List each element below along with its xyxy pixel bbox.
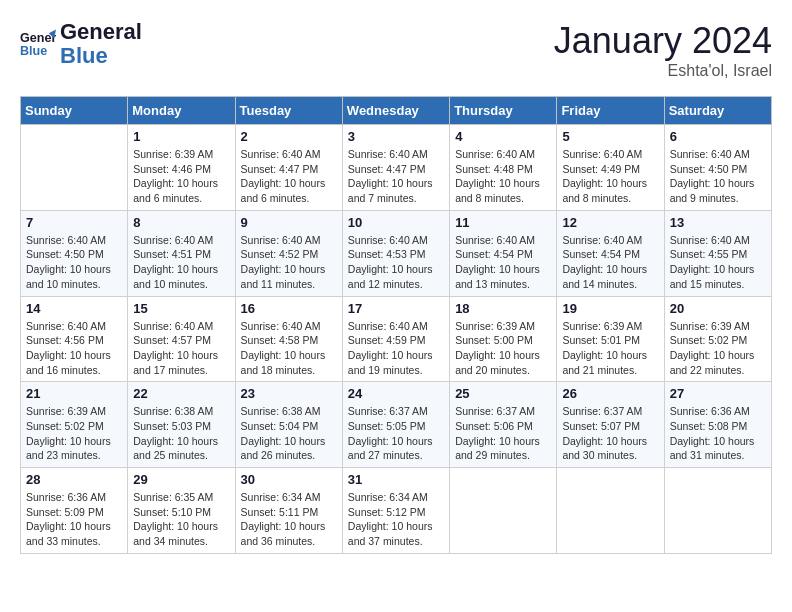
calendar-table: SundayMondayTuesdayWednesdayThursdayFrid… — [20, 96, 772, 554]
day-number: 26 — [562, 386, 658, 401]
weekday-header-cell: Friday — [557, 97, 664, 125]
calendar-cell: 13Sunrise: 6:40 AM Sunset: 4:55 PM Dayli… — [664, 210, 771, 296]
day-info: Sunrise: 6:39 AM Sunset: 4:46 PM Dayligh… — [133, 147, 229, 206]
day-number: 14 — [26, 301, 122, 316]
day-number: 25 — [455, 386, 551, 401]
weekday-header-cell: Wednesday — [342, 97, 449, 125]
calendar-cell: 15Sunrise: 6:40 AM Sunset: 4:57 PM Dayli… — [128, 296, 235, 382]
day-number: 21 — [26, 386, 122, 401]
calendar-cell: 4Sunrise: 6:40 AM Sunset: 4:48 PM Daylig… — [450, 125, 557, 211]
day-number: 24 — [348, 386, 444, 401]
day-info: Sunrise: 6:40 AM Sunset: 4:53 PM Dayligh… — [348, 233, 444, 292]
day-number: 31 — [348, 472, 444, 487]
calendar-cell: 18Sunrise: 6:39 AM Sunset: 5:00 PM Dayli… — [450, 296, 557, 382]
day-number: 19 — [562, 301, 658, 316]
day-info: Sunrise: 6:40 AM Sunset: 4:50 PM Dayligh… — [670, 147, 766, 206]
day-info: Sunrise: 6:40 AM Sunset: 4:48 PM Dayligh… — [455, 147, 551, 206]
calendar-cell — [450, 468, 557, 554]
calendar-cell: 23Sunrise: 6:38 AM Sunset: 5:04 PM Dayli… — [235, 382, 342, 468]
calendar-cell: 2Sunrise: 6:40 AM Sunset: 4:47 PM Daylig… — [235, 125, 342, 211]
calendar-cell: 21Sunrise: 6:39 AM Sunset: 5:02 PM Dayli… — [21, 382, 128, 468]
calendar-week-row: 14Sunrise: 6:40 AM Sunset: 4:56 PM Dayli… — [21, 296, 772, 382]
day-info: Sunrise: 6:37 AM Sunset: 5:07 PM Dayligh… — [562, 404, 658, 463]
calendar-body: 1Sunrise: 6:39 AM Sunset: 4:46 PM Daylig… — [21, 125, 772, 554]
calendar-cell: 20Sunrise: 6:39 AM Sunset: 5:02 PM Dayli… — [664, 296, 771, 382]
day-number: 8 — [133, 215, 229, 230]
day-number: 6 — [670, 129, 766, 144]
day-info: Sunrise: 6:40 AM Sunset: 4:55 PM Dayligh… — [670, 233, 766, 292]
weekday-header-cell: Sunday — [21, 97, 128, 125]
calendar-cell: 10Sunrise: 6:40 AM Sunset: 4:53 PM Dayli… — [342, 210, 449, 296]
day-number: 7 — [26, 215, 122, 230]
calendar-cell: 12Sunrise: 6:40 AM Sunset: 4:54 PM Dayli… — [557, 210, 664, 296]
calendar-cell: 7Sunrise: 6:40 AM Sunset: 4:50 PM Daylig… — [21, 210, 128, 296]
day-number: 13 — [670, 215, 766, 230]
day-number: 23 — [241, 386, 337, 401]
day-info: Sunrise: 6:36 AM Sunset: 5:08 PM Dayligh… — [670, 404, 766, 463]
day-number: 1 — [133, 129, 229, 144]
weekday-header-cell: Thursday — [450, 97, 557, 125]
day-info: Sunrise: 6:40 AM Sunset: 4:59 PM Dayligh… — [348, 319, 444, 378]
logo-icon: General Blue — [20, 26, 56, 62]
calendar-cell: 9Sunrise: 6:40 AM Sunset: 4:52 PM Daylig… — [235, 210, 342, 296]
title-block: January 2024 Eshta'ol, Israel — [554, 20, 772, 80]
day-number: 30 — [241, 472, 337, 487]
day-info: Sunrise: 6:39 AM Sunset: 5:00 PM Dayligh… — [455, 319, 551, 378]
day-info: Sunrise: 6:40 AM Sunset: 4:52 PM Dayligh… — [241, 233, 337, 292]
day-number: 5 — [562, 129, 658, 144]
calendar-cell — [21, 125, 128, 211]
weekday-header-row: SundayMondayTuesdayWednesdayThursdayFrid… — [21, 97, 772, 125]
calendar-cell: 5Sunrise: 6:40 AM Sunset: 4:49 PM Daylig… — [557, 125, 664, 211]
calendar-week-row: 21Sunrise: 6:39 AM Sunset: 5:02 PM Dayli… — [21, 382, 772, 468]
day-number: 10 — [348, 215, 444, 230]
day-info: Sunrise: 6:40 AM Sunset: 4:54 PM Dayligh… — [562, 233, 658, 292]
calendar-cell: 28Sunrise: 6:36 AM Sunset: 5:09 PM Dayli… — [21, 468, 128, 554]
weekday-header-cell: Tuesday — [235, 97, 342, 125]
day-number: 29 — [133, 472, 229, 487]
day-number: 28 — [26, 472, 122, 487]
calendar-cell: 22Sunrise: 6:38 AM Sunset: 5:03 PM Dayli… — [128, 382, 235, 468]
calendar-cell: 25Sunrise: 6:37 AM Sunset: 5:06 PM Dayli… — [450, 382, 557, 468]
calendar-cell: 30Sunrise: 6:34 AM Sunset: 5:11 PM Dayli… — [235, 468, 342, 554]
calendar-cell: 26Sunrise: 6:37 AM Sunset: 5:07 PM Dayli… — [557, 382, 664, 468]
day-info: Sunrise: 6:40 AM Sunset: 4:47 PM Dayligh… — [241, 147, 337, 206]
day-info: Sunrise: 6:37 AM Sunset: 5:05 PM Dayligh… — [348, 404, 444, 463]
calendar-cell: 8Sunrise: 6:40 AM Sunset: 4:51 PM Daylig… — [128, 210, 235, 296]
day-info: Sunrise: 6:40 AM Sunset: 4:56 PM Dayligh… — [26, 319, 122, 378]
day-number: 20 — [670, 301, 766, 316]
svg-text:Blue: Blue — [20, 44, 47, 58]
calendar-cell: 6Sunrise: 6:40 AM Sunset: 4:50 PM Daylig… — [664, 125, 771, 211]
day-number: 15 — [133, 301, 229, 316]
day-info: Sunrise: 6:40 AM Sunset: 4:57 PM Dayligh… — [133, 319, 229, 378]
day-info: Sunrise: 6:35 AM Sunset: 5:10 PM Dayligh… — [133, 490, 229, 549]
calendar-week-row: 28Sunrise: 6:36 AM Sunset: 5:09 PM Dayli… — [21, 468, 772, 554]
calendar-week-row: 7Sunrise: 6:40 AM Sunset: 4:50 PM Daylig… — [21, 210, 772, 296]
weekday-header-cell: Saturday — [664, 97, 771, 125]
calendar-cell: 29Sunrise: 6:35 AM Sunset: 5:10 PM Dayli… — [128, 468, 235, 554]
day-number: 22 — [133, 386, 229, 401]
day-number: 16 — [241, 301, 337, 316]
calendar-cell — [557, 468, 664, 554]
day-info: Sunrise: 6:34 AM Sunset: 5:11 PM Dayligh… — [241, 490, 337, 549]
day-info: Sunrise: 6:40 AM Sunset: 4:49 PM Dayligh… — [562, 147, 658, 206]
logo-text: GeneralBlue — [60, 20, 142, 68]
day-info: Sunrise: 6:39 AM Sunset: 5:02 PM Dayligh… — [670, 319, 766, 378]
weekday-header-cell: Monday — [128, 97, 235, 125]
calendar-cell: 3Sunrise: 6:40 AM Sunset: 4:47 PM Daylig… — [342, 125, 449, 211]
day-number: 3 — [348, 129, 444, 144]
day-info: Sunrise: 6:40 AM Sunset: 4:58 PM Dayligh… — [241, 319, 337, 378]
day-info: Sunrise: 6:39 AM Sunset: 5:01 PM Dayligh… — [562, 319, 658, 378]
calendar-cell: 16Sunrise: 6:40 AM Sunset: 4:58 PM Dayli… — [235, 296, 342, 382]
day-info: Sunrise: 6:34 AM Sunset: 5:12 PM Dayligh… — [348, 490, 444, 549]
day-info: Sunrise: 6:40 AM Sunset: 4:54 PM Dayligh… — [455, 233, 551, 292]
day-number: 2 — [241, 129, 337, 144]
calendar-cell: 17Sunrise: 6:40 AM Sunset: 4:59 PM Dayli… — [342, 296, 449, 382]
day-number: 9 — [241, 215, 337, 230]
calendar-cell: 14Sunrise: 6:40 AM Sunset: 4:56 PM Dayli… — [21, 296, 128, 382]
day-number: 4 — [455, 129, 551, 144]
calendar-cell: 11Sunrise: 6:40 AM Sunset: 4:54 PM Dayli… — [450, 210, 557, 296]
day-info: Sunrise: 6:40 AM Sunset: 4:47 PM Dayligh… — [348, 147, 444, 206]
month-title: January 2024 — [554, 20, 772, 62]
day-info: Sunrise: 6:40 AM Sunset: 4:51 PM Dayligh… — [133, 233, 229, 292]
day-info: Sunrise: 6:37 AM Sunset: 5:06 PM Dayligh… — [455, 404, 551, 463]
